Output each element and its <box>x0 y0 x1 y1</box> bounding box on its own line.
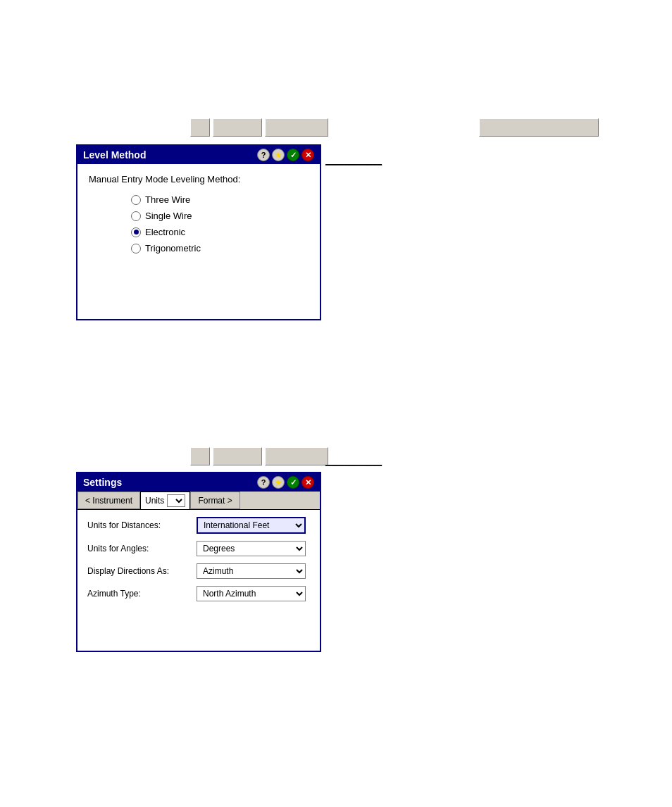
tab-format[interactable]: Format > <box>190 492 239 509</box>
settings-star-icon[interactable]: ★ <box>272 476 285 489</box>
second-toolbar-btn-1[interactable] <box>190 447 210 465</box>
radio-three-wire[interactable]: Three Wire <box>131 194 309 205</box>
radio-group: Three Wire Single Wire Electronic Trigon… <box>131 194 309 254</box>
settings-title: Settings <box>83 477 122 488</box>
second-toolbar <box>190 447 328 465</box>
angles-select[interactable]: Degrees Radians Grads <box>197 541 306 556</box>
radio-circle-electronic <box>131 227 141 237</box>
tab-units-container: Units <box>140 492 190 509</box>
second-toolbar-btn-3[interactable] <box>265 447 328 465</box>
distances-row: Units for Distances: International Feet … <box>87 517 310 534</box>
radio-label-single-wire: Single Wire <box>145 211 192 221</box>
top-toolbar <box>190 118 328 137</box>
toolbar-btn-2[interactable] <box>213 118 262 137</box>
angles-row: Units for Angles: Degrees Radians Grads <box>87 541 310 556</box>
radio-trigonometric[interactable]: Trigonometric <box>131 243 309 254</box>
titlebar-icons: ? ★ ✓ ✕ <box>257 149 314 161</box>
azimuth-select[interactable]: North Azimuth South Azimuth <box>197 586 306 601</box>
toolbar-btn-3[interactable] <box>265 118 328 137</box>
radio-circle-single-wire <box>131 211 141 221</box>
settings-close-icon[interactable]: ✕ <box>301 476 314 489</box>
settings-tabs: < Instrument Units Format > <box>77 492 320 510</box>
ok-icon[interactable]: ✓ <box>287 149 299 161</box>
level-method-description: Manual Entry Mode Leveling Method: <box>89 174 309 184</box>
top-right-button[interactable] <box>479 118 599 137</box>
tab-instrument[interactable]: < Instrument <box>77 492 140 509</box>
top-link[interactable]: ____________ <box>325 156 382 165</box>
level-method-titlebar: Level Method ? ★ ✓ ✕ <box>77 146 320 164</box>
radio-label-electronic: Electronic <box>145 227 185 237</box>
radio-circle-three-wire <box>131 195 141 205</box>
second-link[interactable]: ____________ <box>325 456 382 466</box>
level-method-title: Level Method <box>83 149 146 161</box>
settings-ok-icon[interactable]: ✓ <box>287 476 299 489</box>
directions-label: Display Directions As: <box>87 566 197 576</box>
tab-units-label: Units <box>145 496 164 506</box>
level-method-dialog: Level Method ? ★ ✓ ✕ Manual Entry Mode L… <box>76 144 321 320</box>
directions-select[interactable]: Azimuth Bearing <box>197 563 306 579</box>
distances-select[interactable]: International Feet Meters US Survey Feet <box>197 517 306 534</box>
azimuth-row: Azimuth Type: North Azimuth South Azimut… <box>87 586 310 601</box>
settings-body: Units for Distances: International Feet … <box>77 510 320 651</box>
level-method-body: Manual Entry Mode Leveling Method: Three… <box>77 164 320 319</box>
radio-label-three-wire: Three Wire <box>145 194 190 205</box>
radio-label-trigonometric: Trigonometric <box>145 243 201 254</box>
radio-electronic[interactable]: Electronic <box>131 227 309 237</box>
azimuth-label: Azimuth Type: <box>87 589 197 599</box>
directions-row: Display Directions As: Azimuth Bearing <box>87 563 310 579</box>
settings-titlebar-icons: ? ★ ✓ ✕ <box>257 476 314 489</box>
help-icon[interactable]: ? <box>257 149 270 161</box>
tab-units-dropdown[interactable] <box>167 494 185 507</box>
close-icon[interactable]: ✕ <box>301 149 314 161</box>
settings-help-icon[interactable]: ? <box>257 476 270 489</box>
settings-dialog: Settings ? ★ ✓ ✕ < Instrument Units Form… <box>76 472 321 652</box>
radio-circle-trigonometric <box>131 244 141 254</box>
angles-label: Units for Angles: <box>87 544 197 553</box>
distances-label: Units for Distances: <box>87 520 197 530</box>
star-icon[interactable]: ★ <box>272 149 285 161</box>
settings-titlebar: Settings ? ★ ✓ ✕ <box>77 473 320 492</box>
radio-single-wire[interactable]: Single Wire <box>131 211 309 221</box>
second-toolbar-btn-2[interactable] <box>213 447 262 465</box>
toolbar-btn-1[interactable] <box>190 118 210 137</box>
